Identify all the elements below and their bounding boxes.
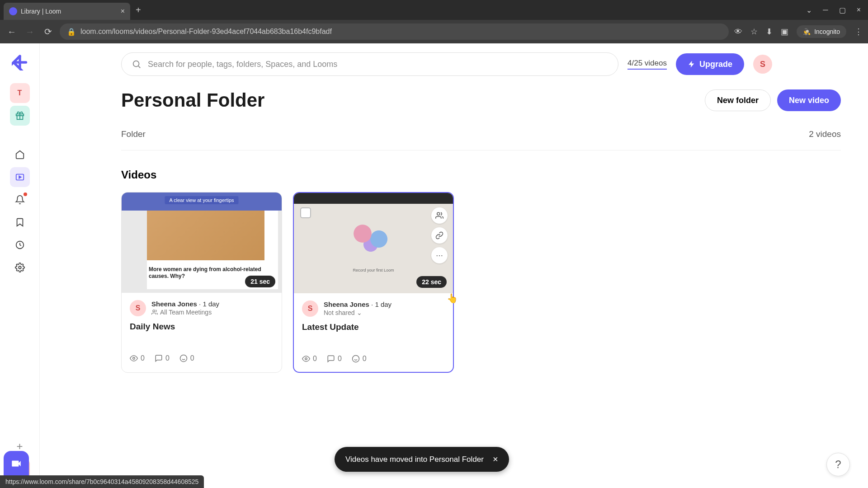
help-fab[interactable]: ? xyxy=(826,453,850,476)
video-thumbnail[interactable]: A clear view at your fingertips More wom… xyxy=(122,192,282,293)
eye-icon xyxy=(302,355,310,363)
library-nav[interactable] xyxy=(10,167,30,187)
video-age: 1 day xyxy=(375,300,392,308)
user-avatar[interactable]: S xyxy=(753,55,772,74)
reactions-stat: 0 xyxy=(352,355,367,363)
video-title: Daily News xyxy=(130,322,274,332)
record-fab[interactable] xyxy=(4,451,29,476)
folder-summary-row: Folder 2 videos xyxy=(121,129,841,150)
toast-notification: Videos have moved into Personal Folder × xyxy=(335,447,509,472)
url-text: loom.com/looms/videos/Personal-Folder-93… xyxy=(80,28,332,36)
bookmarks-nav[interactable] xyxy=(10,212,30,232)
settings-nav[interactable] xyxy=(10,258,30,277)
new-video-button[interactable]: New video xyxy=(777,89,841,111)
tab-close-icon[interactable]: × xyxy=(121,7,125,15)
eye-off-icon[interactable]: 👁 xyxy=(734,27,742,37)
top-bar: Search for people, tags, folders, Spaces… xyxy=(121,52,841,76)
video-card[interactable]: ⋯ Record your first Loom 22 sec S Sheena… xyxy=(293,192,454,373)
minimize-icon[interactable]: ─ xyxy=(823,6,828,14)
duration-badge: 22 sec xyxy=(416,276,447,288)
views-stat: 0 xyxy=(130,354,145,362)
notifications-nav[interactable] xyxy=(10,190,30,210)
back-button[interactable]: ← xyxy=(5,27,18,37)
user-initial: S xyxy=(760,60,765,69)
video-title: Latest Update xyxy=(302,322,445,332)
copy-link-button[interactable] xyxy=(431,227,448,244)
people-icon xyxy=(151,309,158,315)
new-folder-button[interactable]: New folder xyxy=(705,89,771,111)
folder-label: Folder xyxy=(121,129,146,139)
share-people-button[interactable] xyxy=(431,207,448,224)
share-status[interactable]: All Team Meetings xyxy=(151,309,219,316)
search-icon xyxy=(132,59,142,69)
comment-icon xyxy=(155,354,163,362)
maximize-icon[interactable]: ▢ xyxy=(839,6,846,14)
history-nav[interactable] xyxy=(10,235,30,255)
close-window-icon[interactable]: × xyxy=(857,6,861,14)
search-input[interactable]: Search for people, tags, folders, Spaces… xyxy=(121,52,618,76)
video-thumbnail[interactable]: ⋯ Record your first Loom 22 sec xyxy=(294,193,453,293)
thumb-text: Record your first Loom xyxy=(294,268,453,272)
bolt-icon xyxy=(688,60,696,68)
views-stat: 0 xyxy=(302,355,317,363)
browser-tab-strip: Library | Loom × + ⌄ ─ ▢ × xyxy=(0,0,868,20)
video-stats: 0 0 0 xyxy=(130,354,274,362)
comments-stat: 0 xyxy=(327,355,342,363)
browser-toolbar: ← → ⟳ 🔒 loom.com/looms/videos/Personal-F… xyxy=(0,20,868,43)
share-status[interactable]: Not shared ⌄ xyxy=(324,309,392,316)
svg-point-15 xyxy=(352,356,359,362)
thumb-browser-bar xyxy=(294,193,453,204)
sidebar: T + A xyxy=(0,43,40,488)
gift-button[interactable] xyxy=(10,106,30,126)
author-avatar: S xyxy=(130,300,146,316)
author-name: Sheena Jones xyxy=(324,300,369,308)
videos-section-title: Videos xyxy=(121,169,841,181)
smile-icon xyxy=(179,354,188,362)
tab-favicon xyxy=(9,7,17,15)
svg-point-10 xyxy=(153,310,155,312)
video-card[interactable]: A clear view at your fingertips More wom… xyxy=(121,192,282,373)
home-nav[interactable] xyxy=(10,145,30,164)
comment-icon xyxy=(327,355,335,363)
select-checkbox[interactable] xyxy=(300,207,311,218)
panel-icon[interactable]: ▣ xyxy=(781,27,788,37)
svg-point-13 xyxy=(437,212,440,215)
author-name: Sheena Jones xyxy=(151,300,197,308)
folder-video-count: 2 videos xyxy=(809,129,841,139)
author-avatar: S xyxy=(302,300,318,317)
main-content: Search for people, tags, folders, Spaces… xyxy=(40,43,868,488)
comments-stat: 0 xyxy=(155,354,170,362)
video-camera-icon xyxy=(10,458,22,469)
toast-close-button[interactable]: × xyxy=(493,454,498,465)
kebab-menu-icon[interactable]: ⋮ xyxy=(854,27,863,37)
reactions-stat: 0 xyxy=(179,354,194,362)
reload-button[interactable]: ⟳ xyxy=(42,26,54,37)
workspace-avatar[interactable]: T xyxy=(10,83,30,103)
video-count[interactable]: 4/25 videos xyxy=(627,59,667,70)
new-tab-button[interactable]: + xyxy=(130,5,146,15)
forward-button[interactable]: → xyxy=(24,27,36,37)
more-options-button[interactable]: ⋯ xyxy=(431,247,448,263)
svg-point-12 xyxy=(180,355,187,362)
address-bar[interactable]: 🔒 loom.com/looms/videos/Personal-Folder-… xyxy=(60,23,729,40)
toast-message: Videos have moved into Personal Folder xyxy=(345,455,484,464)
download-icon[interactable]: ⬇ xyxy=(766,27,773,37)
video-grid: A clear view at your fingertips More wom… xyxy=(121,192,841,373)
author-line: Sheena Jones · 1 day xyxy=(151,300,219,308)
upgrade-button[interactable]: Upgrade xyxy=(676,53,744,75)
share-label: Not shared xyxy=(324,309,354,316)
search-placeholder: Search for people, tags, folders, Spaces… xyxy=(148,60,337,69)
loom-logo[interactable] xyxy=(10,52,30,72)
dots-icon: ⋯ xyxy=(436,251,443,260)
incognito-icon: 🕵 xyxy=(803,28,811,35)
author-line: Sheena Jones · 1 day xyxy=(324,300,392,308)
incognito-badge[interactable]: 🕵 Incognito xyxy=(797,25,846,38)
bookmark-star-icon[interactable]: ☆ xyxy=(750,27,758,37)
chevron-down-icon[interactable]: ⌄ xyxy=(806,6,812,14)
svg-point-8 xyxy=(19,266,21,269)
thumb-illustration xyxy=(346,219,401,255)
thumb-image xyxy=(147,211,264,260)
duration-badge: 21 sec xyxy=(245,276,275,287)
browser-tab[interactable]: Library | Loom × xyxy=(4,3,130,20)
workspace-initial: T xyxy=(18,89,22,97)
